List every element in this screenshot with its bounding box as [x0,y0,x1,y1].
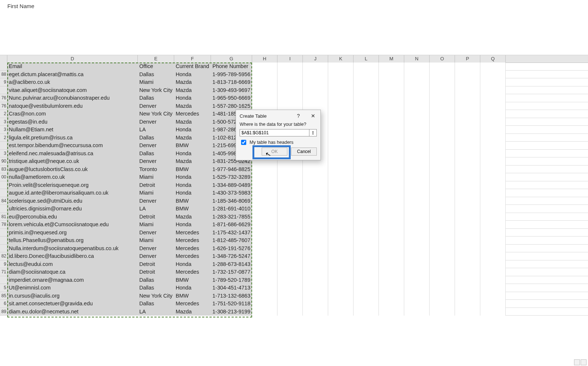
cell[interactable] [354,276,379,284]
cell[interactable] [455,63,480,71]
cell[interactable] [404,300,430,308]
cell[interactable] [328,284,354,292]
cell[interactable] [430,292,455,300]
cell[interactable] [455,134,480,142]
cell[interactable]: 1-813-718-6669 [211,78,252,86]
cell[interactable] [480,181,506,189]
cell[interactable]: Miami [138,221,174,229]
row-header[interactable]: 3 [0,126,7,134]
cell[interactable] [328,292,354,300]
cell[interactable] [455,260,480,269]
cell[interactable] [328,276,354,284]
cell[interactable] [379,276,404,284]
cell[interactable]: Cras@non.com [7,110,138,118]
cell[interactable] [277,260,303,269]
cell[interactable]: Denver [138,229,174,237]
cell[interactable] [379,94,404,102]
cell[interactable] [430,78,455,86]
cell[interactable] [328,181,354,189]
cell[interactable] [480,150,506,158]
column-header-N[interactable]: N [404,55,430,63]
cell[interactable] [354,150,379,158]
cell[interactable]: Mercedes [174,237,211,245]
cell[interactable] [303,86,328,95]
cell[interactable] [354,229,379,237]
cell[interactable] [328,94,354,102]
cell[interactable] [430,229,455,237]
cell[interactable]: Miami [138,237,174,245]
cell[interactable] [379,213,404,221]
cell[interactable] [252,181,277,189]
cell[interactable]: 1-751-520-9118 [211,300,252,308]
cell[interactable] [277,189,303,197]
cell[interactable] [404,94,430,102]
cell[interactable] [303,181,328,189]
cell[interactable] [455,110,480,118]
cell[interactable]: 1-965-950-6669 [211,94,252,102]
cell[interactable]: Honda [174,260,211,269]
cell[interactable] [277,252,303,260]
cell[interactable] [328,245,354,253]
cell[interactable]: lectus@eudui.com [7,260,138,269]
cell[interactable] [455,142,480,150]
cell[interactable] [354,110,379,118]
row-header[interactable]: 84 [0,197,7,205]
cell[interactable] [480,245,506,253]
cell[interactable]: Mazda [174,78,211,86]
cell[interactable] [354,94,379,102]
cell[interactable] [480,260,506,269]
cell[interactable] [430,221,455,229]
cell[interactable]: Honda [174,71,211,79]
cell[interactable] [404,126,430,134]
cell[interactable] [354,237,379,245]
cell[interactable] [379,284,404,292]
cell[interactable] [404,245,430,253]
row-header[interactable] [0,142,7,150]
cell[interactable] [328,308,354,316]
cell[interactable] [480,173,506,181]
cell[interactable]: Denver [138,197,174,205]
scroll-left-button[interactable] [574,359,580,365]
cell[interactable] [430,276,455,284]
cell[interactable] [277,71,303,79]
cell[interactable] [430,110,455,118]
cell[interactable] [252,86,277,95]
cell[interactable]: Dallas [138,284,174,292]
cell[interactable] [328,157,354,166]
cell[interactable]: 1-185-346-8069 [211,197,252,205]
cell[interactable]: imperdiet.ornare@magnaa.com [7,276,138,284]
cell[interactable] [252,292,277,300]
ok-button[interactable]: OK [262,148,287,156]
cell[interactable] [252,102,277,110]
cell[interactable] [379,71,404,79]
cell[interactable] [480,308,506,316]
cell[interactable] [379,173,404,181]
cell[interactable] [404,292,430,300]
cell[interactable]: eget.dictum.placerat@mattis.ca [7,71,138,79]
cell[interactable] [328,142,354,150]
cell[interactable] [328,134,354,142]
cell[interactable] [379,118,404,126]
row-header[interactable]: 2 [0,110,7,118]
cell[interactable]: sit.amet.consectetuer@gravida.edu [7,300,138,308]
cell[interactable] [480,197,506,205]
cell[interactable]: 1-525-732-3289 [211,173,252,181]
cell[interactable] [354,189,379,197]
cell[interactable] [480,229,506,237]
cell[interactable] [354,252,379,260]
cell[interactable] [430,284,455,292]
cell[interactable] [303,213,328,221]
cell[interactable] [354,71,379,79]
cell[interactable] [455,78,480,86]
cell[interactable] [328,189,354,197]
cell[interactable]: BMW [174,142,211,150]
cell[interactable]: Dallas [138,300,174,308]
cell[interactable] [252,237,277,245]
cell[interactable] [404,181,430,189]
cell[interactable] [430,118,455,126]
cell[interactable] [328,150,354,158]
column-header-O[interactable]: O [430,55,455,63]
cell[interactable] [480,78,506,86]
column-header-G[interactable]: G [211,55,252,63]
cell[interactable]: ultricies.dignissim@ornare.edu [7,205,138,213]
